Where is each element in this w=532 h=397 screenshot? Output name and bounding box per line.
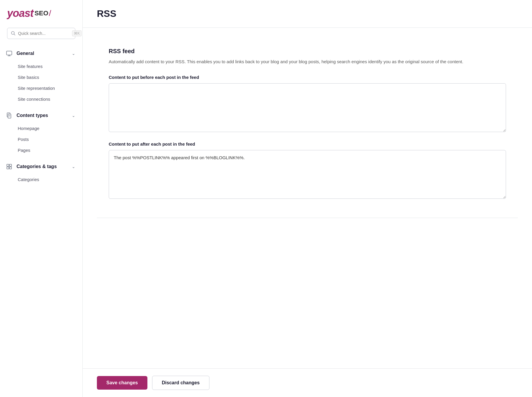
rss-feed-description: Automatically add content to your RSS. T… [109,58,506,65]
content-types-section-title: Content types [17,113,48,118]
svg-line-1 [14,34,15,35]
logo-area: yoast SEO / [0,7,82,28]
nav-section-header-left-content-types: Content types [6,112,48,119]
section-divider [97,218,518,218]
before-feed-textarea[interactable] [109,83,506,132]
logo-slash: / [49,9,51,18]
svg-rect-2 [6,51,12,55]
doc-icon [6,112,12,119]
rss-feed-title: RSS feed [109,48,506,55]
page-header: RSS [83,0,532,28]
content-types-nav-items: Homepage Posts Pages [0,122,82,158]
sidebar-item-categories[interactable]: Categories [0,174,82,185]
logo-seo: SEO [35,9,48,17]
main-content: RSS RSS feed Automatically add content t… [83,0,532,397]
discard-button[interactable]: Discard changes [152,376,209,390]
after-feed-label: Content to put after each post in the fe… [109,141,506,147]
sidebar-item-site-features[interactable]: Site features [0,61,82,72]
sidebar-item-site-connections[interactable]: Site connections [0,94,82,105]
content-types-chevron-icon: ⌄ [72,113,75,118]
nav-section-header-left-general: General [6,50,34,57]
nav-section-header-left-categories-tags: Categories & tags [6,163,57,170]
general-chevron-icon: ⌄ [72,51,75,56]
categories-tags-section-title: Categories & tags [17,164,57,169]
categories-tags-nav-items: Categories [0,173,82,187]
nav-section-header-content-types[interactable]: Content types ⌄ [0,109,82,122]
search-box[interactable]: ⌘K [7,28,75,39]
tag-icon [6,163,12,170]
svg-rect-11 [7,167,9,169]
page-title: RSS [97,8,518,19]
monitor-icon [6,50,12,57]
before-feed-label: Content to put before each post in the f… [109,75,506,80]
nav-section-general: General ⌄ Site features Site basics Site… [0,47,82,107]
svg-rect-9 [7,164,9,166]
sidebar-item-site-representation[interactable]: Site representation [0,83,82,94]
nav-section-header-categories-tags[interactable]: Categories & tags ⌄ [0,160,82,173]
sidebar-item-posts[interactable]: Posts [0,134,82,145]
nav-section-categories-tags: Categories & tags ⌄ Categories [0,160,82,187]
general-section-title: General [17,51,34,56]
rss-feed-section: RSS feed Automatically add content to yo… [97,38,518,218]
sidebar: yoast SEO / ⌘K G [0,0,83,397]
nav-section-content-types: Content types ⌄ Homepage Posts Pages [0,109,82,158]
sidebar-item-homepage[interactable]: Homepage [0,123,82,134]
search-shortcut: ⌘K [72,30,82,36]
nav-section-header-general[interactable]: General ⌄ [0,47,82,60]
content-area: RSS feed Automatically add content to yo… [83,28,532,368]
search-input[interactable] [18,31,70,36]
save-button[interactable]: Save changes [97,376,147,390]
search-icon [11,31,16,36]
logo-yoast: yoast [7,7,33,19]
general-nav-items: Site features Site basics Site represent… [0,60,82,107]
footer-bar: Save changes Discard changes [83,368,532,397]
svg-rect-12 [9,167,12,169]
svg-rect-10 [9,164,12,166]
after-feed-textarea[interactable] [109,150,506,199]
logo: yoast SEO / [7,7,75,19]
categories-tags-chevron-icon: ⌄ [72,164,75,169]
sidebar-item-site-basics[interactable]: Site basics [0,72,82,83]
sidebar-item-pages[interactable]: Pages [0,145,82,156]
